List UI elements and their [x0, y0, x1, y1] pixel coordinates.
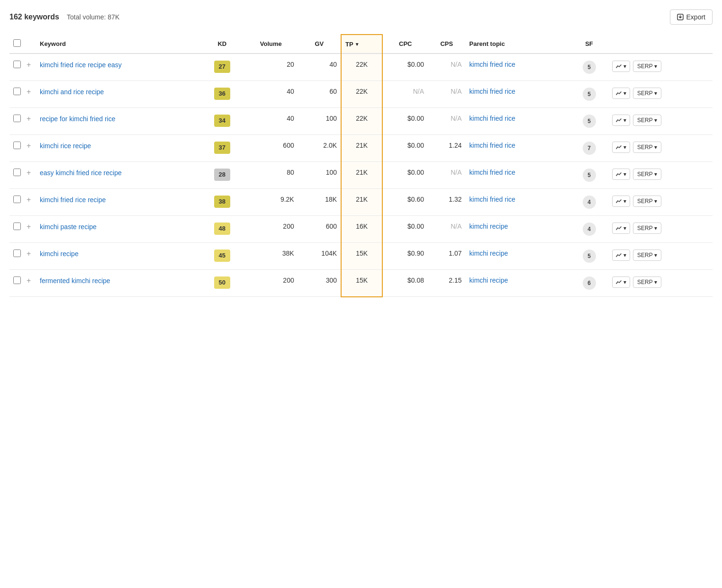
- add-keyword-icon[interactable]: +: [27, 196, 31, 204]
- add-keyword-icon[interactable]: +: [27, 61, 31, 69]
- gv-value: 40: [329, 61, 337, 68]
- trend-icon: [616, 280, 623, 285]
- parent-topic-link[interactable]: kimchi fried rice: [469, 142, 515, 149]
- serp-dropdown-arrow: ▾: [654, 225, 657, 232]
- add-keyword-icon[interactable]: +: [27, 169, 31, 177]
- keyword-link[interactable]: kimchi rice recipe: [40, 142, 91, 150]
- row-checkbox-cell: [9, 108, 25, 135]
- gv-value: 2.0K: [323, 142, 337, 149]
- trend-button[interactable]: ▾: [612, 115, 630, 126]
- tp-sort[interactable]: TP ▼: [345, 41, 378, 48]
- keyword-link[interactable]: recipe for kimchi fried rice: [40, 115, 116, 123]
- gv-value: 60: [329, 88, 337, 95]
- row-actions-cell: ▾ SERP ▾: [608, 135, 713, 162]
- row-checkbox[interactable]: [13, 115, 21, 122]
- serp-button[interactable]: SERP ▾: [633, 223, 661, 234]
- table-row: + kimchi fried rice recipe 38 9.2K 18K 2…: [9, 189, 713, 216]
- row-keyword-cell: kimchi and rice recipe: [36, 81, 200, 108]
- th-tp[interactable]: TP ▼: [341, 35, 382, 53]
- actions-group: ▾ SERP ▾: [612, 169, 709, 180]
- row-checkbox[interactable]: [13, 169, 21, 176]
- serp-button[interactable]: SERP ▾: [633, 276, 661, 288]
- parent-topic-link[interactable]: kimchi recipe: [469, 249, 508, 257]
- row-sf-cell: 7: [570, 135, 608, 162]
- trend-button[interactable]: ▾: [612, 61, 630, 72]
- row-kd-cell: 50: [200, 270, 244, 297]
- add-keyword-icon[interactable]: +: [27, 142, 31, 150]
- parent-topic-link[interactable]: kimchi fried rice: [469, 169, 515, 176]
- cpc-value: $0.60: [407, 196, 424, 203]
- serp-button[interactable]: SERP ▾: [633, 169, 661, 180]
- parent-topic-link[interactable]: kimchi recipe: [469, 223, 508, 230]
- row-checkbox[interactable]: [13, 249, 21, 257]
- row-gv-cell: 18K: [298, 189, 341, 216]
- serp-button[interactable]: SERP ▾: [633, 61, 661, 72]
- row-tp-cell: 21K: [341, 135, 382, 162]
- row-cpc-cell: $0.60: [382, 189, 428, 216]
- trend-button[interactable]: ▾: [612, 223, 630, 234]
- add-keyword-icon[interactable]: +: [27, 249, 31, 258]
- trend-button[interactable]: ▾: [612, 142, 630, 153]
- serp-label: SERP: [637, 279, 653, 285]
- trend-dropdown-arrow: ▾: [623, 252, 626, 258]
- keyword-link[interactable]: kimchi paste recipe: [40, 223, 97, 231]
- parent-topic-link[interactable]: kimchi recipe: [469, 276, 508, 284]
- row-tp-cell: 16K: [341, 216, 382, 243]
- row-parent-topic-cell: kimchi fried rice: [466, 81, 570, 108]
- keyword-link[interactable]: kimchi and rice recipe: [40, 88, 104, 96]
- serp-button[interactable]: SERP ▾: [633, 196, 661, 207]
- add-keyword-icon[interactable]: +: [27, 88, 31, 96]
- trend-button[interactable]: ▾: [612, 249, 630, 261]
- row-checkbox[interactable]: [13, 196, 21, 203]
- add-keyword-icon[interactable]: +: [27, 223, 31, 231]
- cpc-value: N/A: [413, 88, 424, 95]
- trend-button[interactable]: ▾: [612, 88, 630, 99]
- table-row: + fermented kimchi recipe 50 200 300 15K…: [9, 270, 713, 297]
- row-add-cell: +: [25, 108, 36, 135]
- row-checkbox[interactable]: [13, 276, 21, 284]
- keyword-link[interactable]: kimchi recipe: [40, 250, 79, 258]
- row-sf-cell: 4: [570, 216, 608, 243]
- serp-button[interactable]: SERP ▾: [633, 115, 661, 126]
- row-add-cell: +: [25, 270, 36, 297]
- parent-topic-link[interactable]: kimchi fried rice: [469, 88, 515, 95]
- row-sf-cell: 5: [570, 162, 608, 189]
- actions-group: ▾ SERP ▾: [612, 61, 709, 72]
- row-actions-cell: ▾ SERP ▾: [608, 108, 713, 135]
- row-kd-cell: 34: [200, 108, 244, 135]
- tp-value: 16K: [356, 223, 368, 230]
- actions-group: ▾ SERP ▾: [612, 223, 709, 234]
- keyword-link[interactable]: kimchi fried rice recipe easy: [40, 61, 122, 69]
- trend-dropdown-arrow: ▾: [623, 198, 626, 205]
- cpc-value: $0.00: [407, 115, 424, 122]
- export-button[interactable]: Export: [670, 9, 713, 25]
- th-volume: Volume: [244, 35, 298, 53]
- tp-value: 22K: [356, 88, 368, 95]
- trend-button[interactable]: ▾: [612, 276, 630, 288]
- parent-topic-link[interactable]: kimchi fried rice: [469, 196, 515, 203]
- serp-button[interactable]: SERP ▾: [633, 88, 661, 99]
- row-checkbox[interactable]: [13, 142, 21, 149]
- trend-button[interactable]: ▾: [612, 169, 630, 180]
- row-volume-cell: 200: [244, 270, 298, 297]
- parent-topic-link[interactable]: kimchi fried rice: [469, 61, 515, 68]
- actions-group: ▾ SERP ▾: [612, 88, 709, 99]
- keyword-link[interactable]: easy kimchi fried rice recipe: [40, 169, 122, 177]
- serp-button[interactable]: SERP ▾: [633, 142, 661, 153]
- tp-value: 22K: [356, 61, 368, 68]
- sf-badge: 5: [583, 115, 596, 128]
- volume-value: 200: [283, 276, 294, 284]
- sf-badge: 6: [583, 276, 596, 290]
- select-all-checkbox[interactable]: [13, 39, 21, 47]
- keyword-link[interactable]: fermented kimchi recipe: [40, 277, 110, 285]
- trend-dropdown-arrow: ▾: [623, 90, 626, 97]
- row-checkbox[interactable]: [13, 223, 21, 230]
- trend-button[interactable]: ▾: [612, 196, 630, 207]
- add-keyword-icon[interactable]: +: [27, 115, 31, 123]
- serp-button[interactable]: SERP ▾: [633, 249, 661, 261]
- add-keyword-icon[interactable]: +: [27, 276, 31, 285]
- keyword-link[interactable]: kimchi fried rice recipe: [40, 196, 106, 204]
- parent-topic-link[interactable]: kimchi fried rice: [469, 115, 515, 122]
- row-checkbox[interactable]: [13, 88, 21, 95]
- row-checkbox[interactable]: [13, 61, 21, 68]
